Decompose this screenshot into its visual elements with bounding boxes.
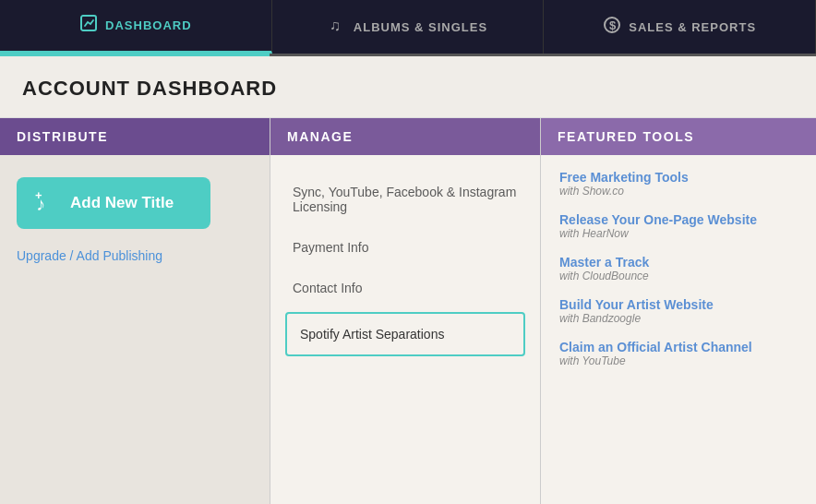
add-new-title-button[interactable]: ♪ + Add New Title: [17, 177, 210, 229]
manage-body: Sync, YouTube, Facebook & Instagram Lice…: [270, 155, 540, 377]
featured-column: FEATURED TOOLS Free Marketing Tools with…: [541, 118, 816, 504]
distribute-column: DISTRIBUTE ♪ + Add New Title Upgrade / A…: [0, 118, 270, 504]
nav-dashboard-label: DASHBOARD: [105, 18, 192, 32]
svg-text:+: +: [35, 190, 42, 202]
nav-albums[interactable]: ♫ ALBUMS & SINGLES: [272, 0, 545, 54]
tool-marketing-name: Free Marketing Tools: [559, 170, 798, 185]
dashboard-icon: [79, 14, 98, 37]
svg-text:$: $: [609, 18, 617, 32]
distribute-header: DISTRIBUTE: [0, 118, 270, 155]
featured-header: FEATURED TOOLS: [541, 118, 816, 155]
manage-link-contact[interactable]: Contact Info: [270, 268, 540, 308]
tool-master-sub: with CloudBounce: [559, 270, 798, 282]
tool-website-sub: with HearNow: [559, 227, 798, 240]
top-navigation: DASHBOARD ♫ ALBUMS & SINGLES $ SALES & R…: [0, 0, 816, 54]
upgrade-link[interactable]: Upgrade / Add Publishing: [17, 248, 162, 263]
page-title: ACCOUNT DASHBOARD: [22, 77, 794, 101]
featured-body: Free Marketing Tools with Show.co Releas…: [541, 155, 816, 397]
music-icon: ♫: [328, 16, 346, 39]
nav-sales-label: SALES & REPORTS: [629, 20, 756, 34]
distribute-body: ♪ + Add New Title Upgrade / Add Publishi…: [0, 155, 270, 286]
tool-master-name: Master a Track: [559, 255, 798, 270]
manage-link-sync[interactable]: Sync, YouTube, Facebook & Instagram Lice…: [270, 172, 540, 227]
nav-albums-label: ALBUMS & SINGLES: [354, 20, 487, 34]
tool-marketing-sub: with Show.co: [559, 185, 798, 198]
tool-master[interactable]: Master a Track with CloudBounce: [559, 255, 798, 282]
add-new-title-label: Add New Title: [70, 194, 174, 212]
nav-dashboard[interactable]: DASHBOARD: [0, 0, 272, 54]
tool-build-name: Build Your Artist Website: [559, 297, 798, 312]
tool-website[interactable]: Release Your One-Page Website with HearN…: [559, 212, 798, 240]
tool-claim-sub: with YouTube: [559, 354, 798, 367]
manage-column: MANAGE Sync, YouTube, Facebook & Instagr…: [270, 118, 541, 504]
add-music-icon: ♪ +: [35, 190, 61, 216]
tool-build-sub: with Bandzoogle: [559, 312, 798, 325]
page-header: ACCOUNT DASHBOARD: [0, 56, 816, 118]
main-content: DISTRIBUTE ♪ + Add New Title Upgrade / A…: [0, 118, 816, 504]
dollar-icon: $: [603, 16, 621, 39]
tool-build[interactable]: Build Your Artist Website with Bandzoogl…: [559, 297, 798, 325]
svg-text:♫: ♫: [330, 18, 342, 33]
tool-claim[interactable]: Claim an Official Artist Channel with Yo…: [559, 340, 798, 367]
manage-link-payment[interactable]: Payment Info: [270, 227, 540, 268]
nav-sales[interactable]: $ SALES & REPORTS: [544, 0, 816, 54]
tool-claim-name: Claim an Official Artist Channel: [559, 340, 798, 354]
tool-website-name: Release Your One-Page Website: [559, 212, 798, 227]
manage-link-spotify[interactable]: Spotify Artist Separations: [285, 312, 525, 356]
manage-header: MANAGE: [270, 118, 540, 155]
tool-marketing[interactable]: Free Marketing Tools with Show.co: [559, 170, 798, 198]
